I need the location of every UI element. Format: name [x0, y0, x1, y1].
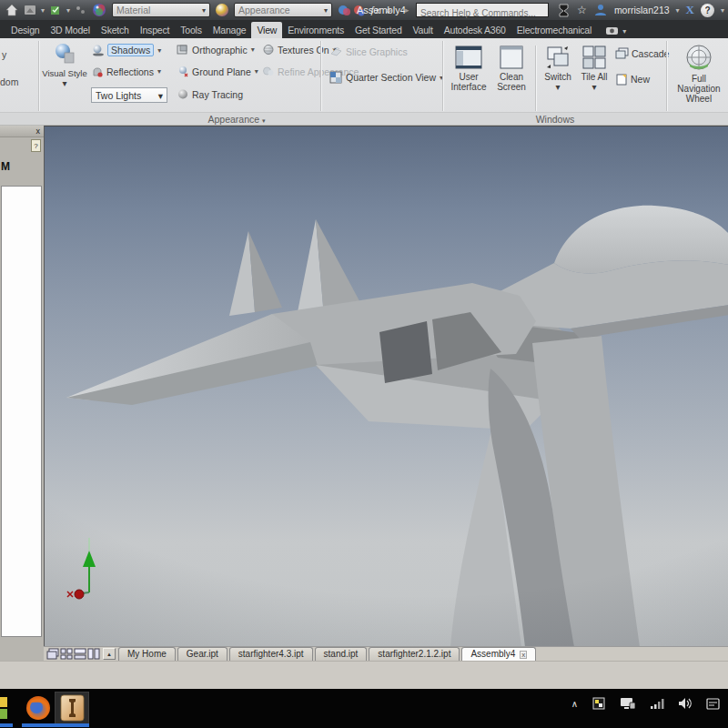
browser-tree[interactable]: [1, 186, 42, 637]
material-sphere-icon[interactable]: [92, 3, 106, 17]
partial-app-icon: [0, 695, 9, 721]
tab-autodesk-a360[interactable]: Autodesk A360: [439, 22, 511, 38]
help-icon[interactable]: ?: [701, 4, 714, 17]
exchange-apps-icon[interactable]: X: [686, 3, 694, 17]
display-settings-icon[interactable]: [620, 697, 636, 711]
cascade-windows-icon[interactable]: [46, 648, 59, 660]
cascade-button[interactable]: Cascade: [615, 47, 669, 59]
tile-all-button[interactable]: Tile All ▾: [579, 46, 610, 92]
ribbon-display-options[interactable]: ▾: [606, 26, 626, 38]
switch-windows-button[interactable]: Switch ▾: [541, 46, 575, 92]
doc-tab-starfighter43[interactable]: starfighter4.3.ipt: [229, 647, 313, 661]
origin-axis-indicator: [67, 538, 96, 599]
tab-3d-model[interactable]: 3D Model: [45, 22, 95, 38]
lights-combo[interactable]: Two Lights ▾: [91, 87, 167, 103]
titlebar-right-icons: ☆ morrislan213 ▾ X ? ▾: [556, 0, 728, 20]
orthographic-button[interactable]: Orthographic ▾: [177, 44, 255, 56]
search-list-icon[interactable]: [556, 3, 571, 17]
viewport-3d[interactable]: [44, 126, 728, 646]
visual-style-button[interactable]: Visual Style ▾: [42, 42, 87, 88]
tab-environments[interactable]: Environments: [282, 22, 349, 38]
tile-all-icon: [582, 46, 606, 69]
clean-screen-button[interactable]: Clean Screen: [493, 46, 530, 92]
tab-tools[interactable]: Tools: [175, 22, 207, 38]
appearance-combo-caret-icon: ▾: [324, 6, 328, 15]
update-dropdown-icon[interactable]: ▾: [66, 6, 70, 15]
tab-view[interactable]: View: [251, 22, 282, 38]
shadows-label: Shadows: [107, 44, 154, 56]
quarter-section-button[interactable]: Quarter Section View ▾: [329, 71, 443, 84]
user-avatar-icon[interactable]: [593, 3, 608, 17]
tab-get-started[interactable]: Get Started: [349, 22, 408, 38]
browser-filter-icon[interactable]: ?: [31, 139, 41, 152]
new-window-button[interactable]: New: [615, 73, 650, 86]
tray-expand-icon[interactable]: ∧: [571, 699, 578, 709]
network-icon[interactable]: [650, 697, 664, 710]
taskbar-app-partial[interactable]: [0, 692, 9, 724]
tab-inspect[interactable]: Inspect: [135, 22, 175, 38]
signed-in-username[interactable]: morrislan213: [614, 5, 670, 15]
reflections-label: Reflections: [106, 66, 154, 77]
home-icon[interactable]: [5, 3, 19, 17]
panel-separator: [535, 46, 536, 111]
title-expand-icon[interactable]: ▸: [405, 0, 410, 20]
favorites-star-icon[interactable]: ☆: [577, 4, 587, 16]
language-indicator-icon[interactable]: [592, 696, 606, 711]
full-navigation-wheel-button[interactable]: Full Navigation Wheel: [672, 44, 726, 104]
adjust-appearance-icon[interactable]: [337, 3, 351, 17]
doc-tab-my-home[interactable]: My Home: [118, 647, 176, 661]
reflections-button[interactable]: Reflections ▾: [91, 66, 161, 77]
doc-tab-gear[interactable]: Gear.ipt: [177, 647, 228, 661]
textures-button[interactable]: Textures On ▾: [262, 44, 337, 56]
help-menu-caret-icon[interactable]: ▾: [721, 6, 724, 15]
user-menu-caret-icon[interactable]: ▾: [676, 6, 680, 15]
shadows-button[interactable]: Shadows ▾: [91, 44, 161, 56]
doc-tab-assembly4-label: Assembly4: [470, 648, 515, 661]
ground-plane-label: Ground Plane: [192, 66, 251, 77]
doc-tab-starfighter212[interactable]: starfighter2.1.2.ipt: [369, 647, 460, 661]
tab-vault[interactable]: Vault: [408, 22, 439, 38]
lights-combo-value: Two Lights: [96, 90, 141, 101]
tab-electromechanical[interactable]: Electromechanical: [511, 22, 597, 38]
switch-windows-icon: [545, 46, 571, 69]
browser-panel-header: x: [0, 126, 44, 137]
tab-scroll-up-icon[interactable]: ▲: [103, 648, 116, 660]
doc-tab-assembly4[interactable]: Assembly4 x: [461, 647, 536, 661]
shadows-icon: [91, 45, 105, 56]
tile-vertical-icon[interactable]: [87, 648, 100, 660]
tab-design[interactable]: Design: [5, 22, 45, 38]
return-dropdown-icon[interactable]: ▾: [41, 6, 45, 15]
appearance-panel-label[interactable]: Appearance ▾: [127, 113, 346, 126]
measure-icon[interactable]: [74, 3, 88, 17]
help-search-box[interactable]: [416, 3, 549, 17]
visual-style-caret-icon: ▾: [42, 78, 87, 88]
appearance-combo[interactable]: Appearance ▾: [234, 3, 332, 17]
tile-grid-icon[interactable]: [60, 648, 73, 660]
ground-plane-icon: [177, 66, 189, 77]
action-center-icon[interactable]: [706, 697, 721, 711]
clipped-panel-text-bottom: dom: [0, 76, 18, 87]
taskbar-firefox[interactable]: [22, 692, 55, 724]
update-icon[interactable]: [48, 3, 63, 17]
switch-caret-icon: ▾: [541, 82, 575, 92]
tile-horizontal-icon[interactable]: [74, 648, 86, 660]
material-combo[interactable]: Material ▾: [112, 3, 210, 17]
tab-manage[interactable]: Manage: [207, 22, 252, 38]
tab-sketch[interactable]: Sketch: [96, 22, 135, 38]
help-search-input[interactable]: [417, 7, 548, 20]
tile-all-label: Tile All: [581, 72, 607, 82]
clipped-panel-text-top: y: [2, 49, 6, 60]
ray-tracing-label: Ray Tracing: [192, 89, 243, 100]
appearance-sphere-icon[interactable]: [215, 3, 229, 17]
windows-taskbar: ∧: [0, 689, 728, 728]
doc-tab-close-icon[interactable]: x: [520, 651, 527, 659]
return-icon[interactable]: [23, 3, 37, 17]
browser-close-icon[interactable]: x: [36, 126, 41, 136]
user-interface-button[interactable]: User Interface: [450, 46, 488, 92]
volume-icon[interactable]: [678, 697, 693, 710]
slice-graphics-button[interactable]: Slice Graphics: [329, 46, 408, 57]
taskbar-inventor-active[interactable]: [55, 692, 89, 724]
ground-plane-button[interactable]: Ground Plane ▾: [177, 66, 258, 77]
ray-tracing-button[interactable]: Ray Tracing: [177, 88, 243, 100]
doc-tab-stand[interactable]: stand.ipt: [315, 647, 368, 661]
